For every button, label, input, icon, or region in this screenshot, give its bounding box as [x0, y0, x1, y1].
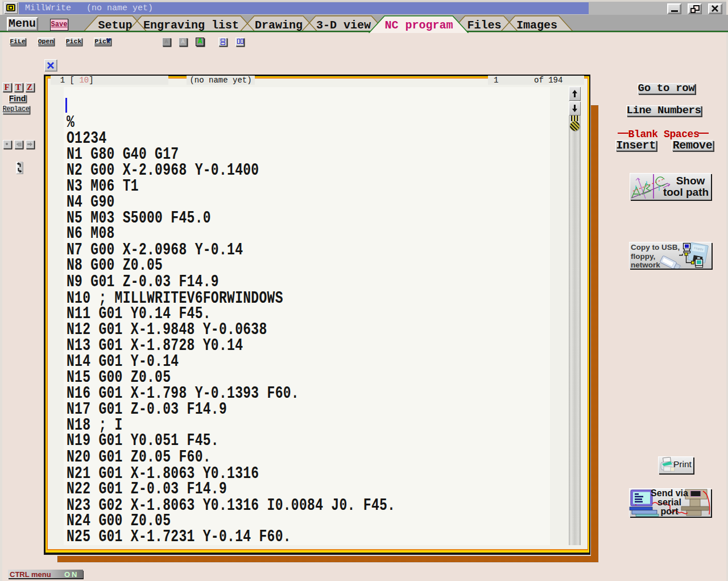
svg-text:Drawing: Drawing	[255, 19, 303, 32]
svg-text:NC program: NC program	[384, 19, 453, 32]
svg-text:Engraving list: Engraving list	[143, 19, 239, 32]
svg-text:Images: Images	[516, 19, 557, 32]
svg-text:Setup: Setup	[98, 19, 132, 32]
svg-text:3-D view: 3-D view	[316, 19, 371, 32]
svg-text:Files: Files	[467, 19, 501, 32]
